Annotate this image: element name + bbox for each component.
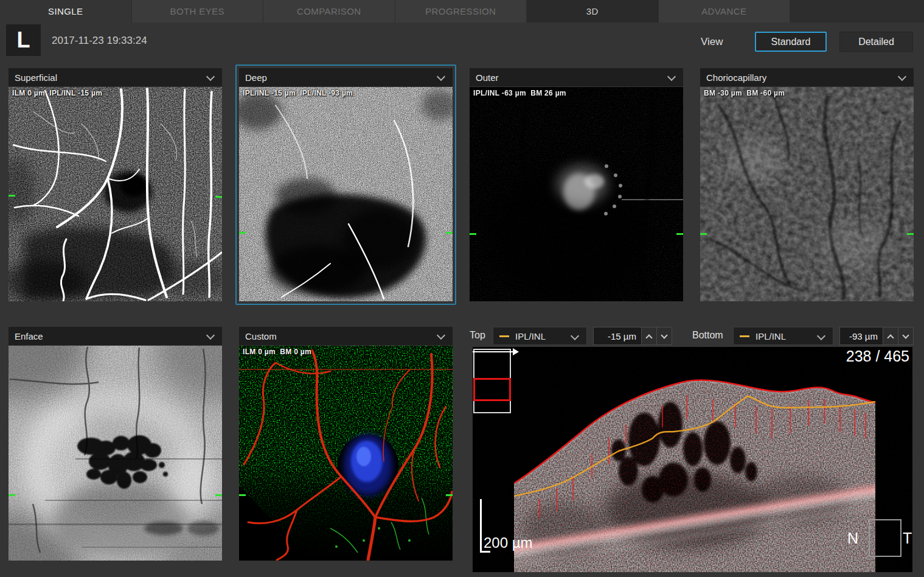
enface-structural-image[interactable] [9, 346, 222, 561]
laterality-badge[interactable]: L [6, 24, 41, 56]
detailed-view-button[interactable]: Detailed [839, 32, 913, 52]
panel-title: Outer [476, 72, 499, 83]
panel-title: Deep [245, 72, 267, 83]
outer-angiogram [470, 87, 683, 301]
panel-outer: Outer IPL [466, 65, 687, 305]
superficial-angiogram [9, 87, 222, 301]
chevron-down-icon [206, 72, 215, 81]
top-boundary-label: Top [470, 330, 485, 341]
bscan-position-tick [9, 494, 15, 496]
bscan-position-thumbnail[interactable] [473, 349, 511, 413]
enface-structural [9, 346, 222, 561]
bottom-layer-select[interactable]: IPL/INL [733, 327, 833, 345]
chevron-down-icon [206, 331, 215, 340]
bscan-position-tick [239, 494, 246, 496]
top-offset-decrement-button[interactable] [657, 327, 672, 345]
bscan-position-tick [9, 195, 15, 197]
outer-layer-select[interactable]: Outer [470, 68, 683, 86]
bscan-cross-section-image[interactable]: 238 / 465 200 µm N T [473, 347, 912, 572]
layer-boundary-overlay: ILM 0 µm IPL/INL -15 µm [12, 89, 102, 97]
panel-title: Superficial [15, 72, 57, 83]
layer-color-indicator [740, 335, 749, 337]
enface-layer-select[interactable]: Enface [9, 327, 222, 345]
outer-angiogram-image[interactable]: IPL/INL -63 µm BM 26 µm [470, 87, 683, 301]
layer-boundary-overlay: IPL/INL -15 µm IPL/INL -93 µm [243, 89, 353, 97]
bscan-position-tick [215, 196, 222, 198]
chevron-down-icon [661, 332, 667, 338]
tab-advance[interactable]: ADVANCE [659, 0, 791, 23]
tab-both-eyes[interactable]: BOTH EYES [132, 0, 264, 23]
bottom-layer-value: IPL/INL [756, 331, 786, 341]
deep-layer-select[interactable]: Deep [239, 68, 453, 86]
choriocapillary-layer-select[interactable]: Choriocapillary [700, 68, 914, 86]
chevron-down-icon [902, 332, 909, 338]
bscan-position-tick [676, 233, 683, 235]
app-root: SINGLE BOTH EYES COMPARISON PROGRESSION … [0, 0, 924, 577]
frame-counter: 238 / 465 [846, 348, 909, 365]
bscan-position-tick [446, 494, 453, 496]
layer-color-indicator [499, 335, 509, 337]
scale-label: 200 µm [484, 534, 533, 551]
bscan-position-tick [470, 233, 476, 235]
chevron-down-icon [667, 72, 676, 81]
bscan-position-tick [907, 233, 914, 235]
orientation-nasal-label: N [847, 530, 858, 547]
panel-title: Enface [15, 331, 43, 341]
chevron-down-icon [437, 72, 445, 81]
bscan-position-tick [239, 232, 246, 234]
panel-choriocapillary: Choriocapillary BM -30 µm BM -60 [696, 65, 917, 305]
panel-title: Choriocapillary [706, 72, 766, 83]
panel-custom: Custom [235, 323, 456, 564]
bottom-boundary-label: Bottom [692, 330, 723, 341]
standard-view-button[interactable]: Standard [755, 32, 827, 52]
chevron-down-icon [571, 332, 579, 340]
custom-composite [239, 346, 453, 561]
arrow-right-icon [473, 347, 519, 357]
choriocapillary-angiogram [700, 87, 914, 301]
panel-superficial: Superficial [5, 65, 226, 305]
layer-boundary-overlay: ILM 0 µm BM 0 µm [243, 348, 311, 356]
top-offset-value: -15 µm [593, 327, 642, 345]
scale-bar [480, 499, 482, 553]
top-offset-spinner: -15 µm [593, 327, 672, 345]
custom-composite-image[interactable]: ILM 0 µm BM 0 µm [239, 346, 453, 561]
top-layer-value: IPL/INL [515, 331, 546, 341]
panel-deep: Deep IPL/INL -15 µm IPL/INL [235, 65, 456, 305]
tab-3d[interactable]: 3D [527, 0, 659, 23]
deep-angiogram-image[interactable]: IPL/INL -15 µm IPL/INL -93 µm [239, 87, 453, 301]
superficial-angiogram-image[interactable]: ILM 0 µm IPL/INL -15 µm [9, 87, 222, 301]
custom-layer-select[interactable]: Custom [239, 327, 453, 345]
chevron-down-icon [817, 332, 825, 340]
top-layer-select[interactable]: IPL/INL [493, 327, 587, 345]
chevron-up-icon [887, 334, 894, 341]
top-offset-increment-button[interactable] [642, 327, 657, 345]
deep-angiogram [239, 87, 453, 301]
tab-single[interactable]: SINGLE [0, 0, 132, 23]
chevron-down-icon [437, 331, 445, 340]
bscan-position-window [473, 378, 511, 401]
view-label: View [701, 36, 723, 48]
bottom-offset-decrement-button[interactable] [898, 327, 914, 345]
bottom-offset-value: -93 µm [839, 327, 883, 345]
orientation-temporal-label: T [903, 530, 912, 547]
chevron-down-icon [898, 72, 906, 81]
bscan-position-tick [446, 232, 453, 234]
tab-bar: SINGLE BOTH EYES COMPARISON PROGRESSION … [0, 0, 924, 23]
bscan-position-tick [215, 494, 222, 496]
layer-boundary-overlay: IPL/INL -63 µm BM 26 µm [473, 89, 566, 97]
bottom-offset-spinner: -93 µm [839, 327, 914, 345]
bscan-position-tick [700, 233, 707, 235]
tab-progression[interactable]: PROGRESSION [395, 0, 527, 23]
orientation-box [869, 519, 901, 557]
bottom-offset-increment-button[interactable] [883, 327, 898, 345]
layer-boundary-overlay: BM -30 µm BM -60 µm [704, 89, 785, 97]
panel-enface: Enface [5, 323, 226, 564]
choriocapillary-angiogram-image[interactable]: BM -30 µm BM -60 µm [700, 87, 914, 301]
tab-comparison[interactable]: COMPARISON [263, 0, 395, 23]
superficial-layer-select[interactable]: Superficial [9, 68, 222, 86]
bscan-oct [473, 347, 912, 572]
panel-title: Custom [245, 331, 277, 341]
exam-timestamp: 2017-11-23 19:33:24 [52, 35, 147, 47]
chevron-up-icon [645, 334, 652, 341]
